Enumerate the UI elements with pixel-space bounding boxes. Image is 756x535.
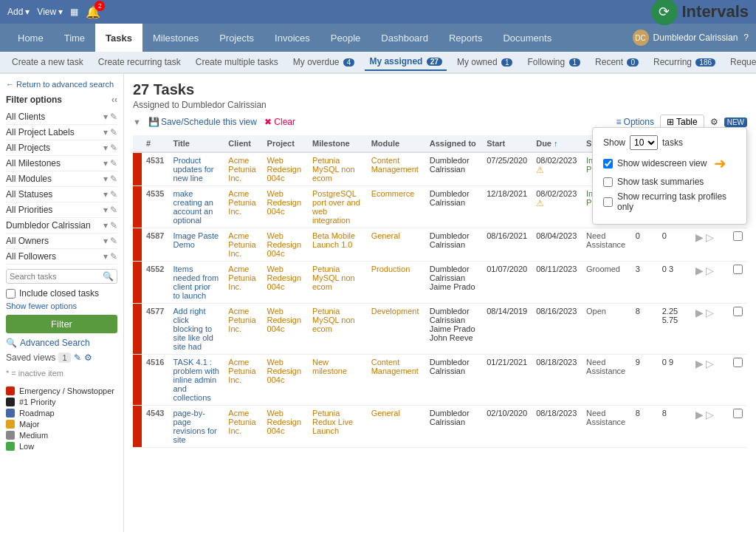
task-title-link[interactable]: page-by-page revisions for site [173, 409, 216, 444]
saved-views-edit-icon[interactable]: ✎ [74, 352, 81, 363]
edit-icon[interactable]: ✎ [110, 143, 117, 153]
nav-documents[interactable]: Documents [492, 24, 562, 52]
play2-icon[interactable]: ▷ [706, 231, 714, 243]
filter-all-project-labels[interactable]: All Project Labels ▾✎ [6, 125, 117, 140]
dropdown-icon[interactable]: ▾ [103, 174, 108, 184]
subnav-overdue[interactable]: My overdue 4 [289, 54, 360, 70]
col-client[interactable]: Client [224, 135, 262, 152]
filter-all-modules[interactable]: All Modules ▾✎ [6, 171, 117, 187]
nav-invoices[interactable]: Invoices [264, 24, 320, 52]
play-icon[interactable]: ▶ [695, 231, 704, 243]
advanced-search-link[interactable]: 🔍 Advanced Search [6, 338, 117, 348]
notification-bell[interactable]: 🔔 2 [86, 5, 100, 19]
dropdown-icon[interactable]: ▾ [103, 112, 108, 122]
task-title-link[interactable]: Product updates for new line [173, 156, 213, 183]
dropdown-icon[interactable]: ▾ [103, 189, 108, 200]
col-milestone[interactable]: Milestone [308, 135, 367, 152]
widescreen-checkbox[interactable] [603, 159, 613, 168]
play-icon[interactable]: ▶ [695, 409, 704, 420]
play2-icon[interactable]: ▷ [706, 265, 714, 276]
search-tasks-input[interactable] [10, 272, 103, 281]
nav-milestones[interactable]: Milestones [142, 24, 209, 52]
view-button[interactable]: View ▾ [37, 7, 63, 17]
edit-icon[interactable]: ✎ [110, 174, 117, 184]
show-fewer-options[interactable]: Show fewer options [6, 301, 117, 310]
col-module[interactable]: Module [367, 135, 425, 152]
col-id[interactable]: # [142, 135, 168, 152]
settings-icon[interactable]: ⚙ [710, 117, 718, 127]
subnav-assigned[interactable]: My assigned 27 [365, 53, 446, 71]
task-checkbox[interactable] [733, 307, 743, 316]
play2-icon[interactable]: ▷ [706, 358, 714, 369]
nav-reports[interactable]: Reports [439, 24, 493, 52]
subnav-recent[interactable]: Recent 0 [591, 54, 643, 70]
back-to-advanced-search[interactable]: ← Return to advanced search [6, 80, 117, 89]
subnav-following[interactable]: Following 1 [523, 54, 585, 70]
edit-icon[interactable]: ✎ [110, 251, 117, 262]
filter-all-followers[interactable]: All Followers ▾✎ [6, 249, 117, 265]
subnav-owned[interactable]: My owned 1 [453, 54, 518, 70]
dropdown-icon[interactable]: ▾ [103, 143, 108, 153]
col-project[interactable]: Project [263, 135, 308, 152]
save-view-link[interactable]: 💾 Save/Schedule this view [148, 117, 257, 127]
clear-link[interactable]: ✖ Clear [264, 117, 295, 127]
filter-button[interactable]: Filter [6, 315, 117, 333]
filter-all-projects[interactable]: All Projects ▾✎ [6, 140, 117, 156]
nav-home[interactable]: Home [7, 24, 54, 52]
task-title-link[interactable]: TASK 4.1 : problem with inline admin and… [173, 358, 219, 402]
nav-people[interactable]: People [320, 24, 371, 52]
nav-projects[interactable]: Projects [209, 24, 264, 52]
play2-icon[interactable]: ▷ [706, 409, 714, 420]
task-title-link[interactable]: Add right click blocking to site like ol… [173, 307, 213, 351]
task-title-link[interactable]: Items needed from client prior to launch [173, 265, 219, 300]
dropdown-icon[interactable]: ▾ [103, 220, 108, 231]
task-title-link[interactable]: make creating an account an optional [173, 189, 213, 225]
col-due[interactable]: Due [532, 135, 582, 152]
play2-icon[interactable]: ▷ [706, 307, 714, 318]
play-icon[interactable]: ▶ [695, 358, 704, 369]
edit-icon[interactable]: ✎ [110, 205, 117, 215]
col-start[interactable]: Start [482, 135, 532, 152]
edit-icon[interactable]: ✎ [110, 220, 117, 231]
filter-all-priorities[interactable]: All Priorities ▾✎ [6, 202, 117, 218]
edit-icon[interactable]: ✎ [110, 112, 117, 122]
recurring-checkbox[interactable] [603, 197, 613, 207]
include-closed-checkbox[interactable] [6, 289, 16, 299]
add-button[interactable]: Add ▾ [7, 7, 30, 17]
task-checkbox[interactable] [733, 231, 743, 241]
edit-icon[interactable]: ✎ [110, 189, 117, 200]
summaries-checkbox[interactable] [603, 177, 613, 187]
saved-views-settings-icon[interactable]: ⚙ [84, 352, 92, 363]
show-count-select[interactable]: 10 25 50 [630, 135, 658, 150]
help-icon[interactable]: ? [743, 33, 749, 43]
task-checkbox[interactable] [733, 265, 743, 274]
col-assigned[interactable]: Assigned to [425, 135, 482, 152]
filter-all-statuses[interactable]: All Statuses ▾✎ [6, 187, 117, 202]
dropdown-icon[interactable]: ▾ [103, 205, 108, 215]
play-icon[interactable]: ▶ [695, 265, 704, 276]
dropdown-icon[interactable]: ▾ [103, 158, 108, 168]
subnav-request-queue[interactable]: Request queue 7 [726, 54, 756, 70]
subnav-create-recurring[interactable]: Create recurring task [94, 54, 185, 70]
filter-all-milestones[interactable]: All Milestones ▾✎ [6, 156, 117, 171]
dropdown-icon[interactable]: ▾ [103, 236, 108, 246]
grid-view-button[interactable]: ▦ [70, 7, 78, 17]
dropdown-icon[interactable]: ▾ [103, 251, 108, 262]
filter-all-owners[interactable]: All Owners ▾✎ [6, 234, 117, 249]
subnav-recurring[interactable]: Recurring 186 [649, 54, 720, 70]
nav-time[interactable]: Time [54, 24, 95, 52]
collapse-icon[interactable]: ‹‹ [111, 95, 117, 105]
play-icon[interactable]: ▶ [695, 307, 704, 318]
nav-dashboard[interactable]: Dashboard [371, 24, 439, 52]
col-title[interactable]: Title [168, 135, 224, 152]
edit-icon[interactable]: ✎ [110, 236, 117, 246]
task-title-link[interactable]: Image Paste Demo [173, 231, 219, 249]
edit-icon[interactable]: ✎ [110, 127, 117, 137]
dropdown-icon[interactable]: ▾ [103, 127, 108, 137]
filter-user[interactable]: Dumbledor Calrissian ▾✎ [6, 218, 117, 234]
subnav-create-multiple[interactable]: Create multiple tasks [191, 54, 283, 70]
subnav-create-task[interactable]: Create a new task [7, 54, 88, 70]
task-checkbox[interactable] [733, 358, 743, 367]
task-checkbox[interactable] [733, 409, 743, 418]
options-button[interactable]: ≡ Options [616, 117, 654, 127]
